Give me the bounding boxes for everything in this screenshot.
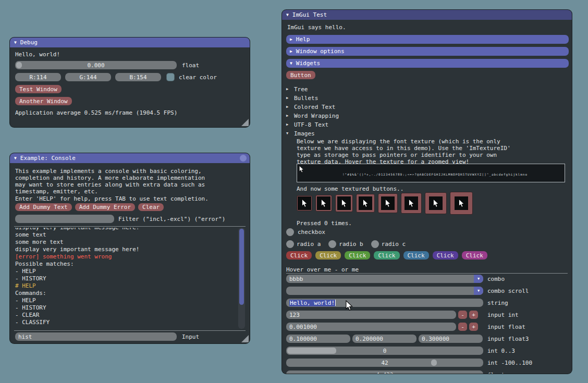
tree-node-word-wrapping[interactable]: ▶ Word Wrapping [286, 112, 339, 120]
decrement-button[interactable]: - [458, 323, 467, 331]
header-label: Window options [296, 48, 345, 55]
combo-box[interactable]: bbbb ▼ [286, 275, 483, 283]
texture-button[interactable] [297, 195, 312, 211]
click-button[interactable]: Click [345, 251, 370, 260]
texture-button[interactable] [425, 192, 447, 214]
texture-button[interactable] [335, 194, 353, 212]
decrement-button[interactable]: - [458, 311, 467, 319]
texture-button[interactable] [401, 193, 422, 214]
resize-grip[interactable] [241, 119, 249, 126]
debug-titlebar[interactable]: ▼ Debug [10, 38, 250, 47]
tree-label: Images [294, 130, 315, 137]
debug-window: ▼ Debug Hello, world! 0.000 float R:114 … [9, 37, 250, 128]
log-line-match: # HELP [15, 282, 249, 290]
click-button[interactable]: Click [462, 251, 487, 260]
texture-button[interactable] [356, 194, 375, 213]
collapse-arrow-icon: ▶ [290, 38, 292, 42]
test-window-button[interactable]: Test Window [15, 85, 62, 93]
int-input[interactable]: 123 [286, 311, 456, 319]
click-button[interactable]: Click [403, 251, 429, 260]
color-drag-g[interactable]: G:144 [65, 73, 111, 81]
clear-color-swatch[interactable] [166, 73, 175, 81]
combo-scroll-label: combo scroll [487, 288, 529, 294]
header-window-options[interactable]: ▶ Window options [286, 47, 569, 56]
test-titlebar[interactable]: ▼ ImGui Test [282, 10, 572, 20]
add-dummy-error-button[interactable]: Add Dummy Error [75, 203, 135, 211]
texture-button[interactable] [378, 193, 398, 213]
header-widgets[interactable]: ▼ Widgets [286, 59, 569, 68]
texture-button[interactable] [315, 195, 332, 212]
radio-a[interactable]: radio a [286, 240, 321, 248]
resize-grip[interactable] [241, 335, 249, 342]
intro-line: timestamp, emitter, etc. [15, 188, 98, 195]
combo-arrow-button[interactable]: ▼ [474, 275, 483, 283]
cursor-arrow-icon [317, 196, 330, 210]
radio-icon [371, 240, 379, 248]
hello-text: ImGui says hello. [287, 24, 346, 31]
float3-input-z[interactable]: 0.300000 [419, 335, 483, 343]
float-input[interactable]: 0.001000 [286, 323, 456, 331]
checkbox[interactable] [286, 228, 294, 236]
color-drag-r[interactable]: R:114 [15, 73, 61, 81]
tree-node-colored-text[interactable]: ▶ Colored Text [286, 103, 335, 111]
collapse-arrow-icon[interactable]: ▼ [14, 156, 17, 160]
radio-b[interactable]: radio b [328, 240, 363, 248]
header-label: Help [296, 36, 310, 43]
input-value: 0.100000 [289, 336, 317, 342]
tree-arrow-icon: ▶ [286, 88, 291, 91]
slider-grab[interactable] [16, 62, 22, 68]
collapse-arrow-icon[interactable]: ▼ [14, 41, 17, 45]
font-texture-image[interactable]: !"#$%&'()*+,-./0123456789:;<=>?@ABCDEFGH… [297, 164, 565, 182]
checkbox-label: checkbox [298, 229, 325, 236]
float-slider-2[interactable]: 4.432 [286, 370, 483, 374]
increment-button[interactable]: + [469, 323, 478, 331]
float3-input-y[interactable]: 0.200000 [352, 335, 416, 343]
increment-button[interactable]: + [469, 311, 478, 319]
console-log[interactable]: display very important message here! som… [10, 228, 249, 329]
console-titlebar[interactable]: ▼ Example: Console [10, 153, 250, 163]
int-slider-100[interactable]: 42 [286, 359, 483, 367]
imgui-test-window: ▼ ImGui Test ImGui says hello. ▶ Help ▶ … [281, 9, 572, 374]
console-scrollbar[interactable] [238, 228, 245, 329]
collapse-arrow-icon[interactable]: ▼ [286, 13, 289, 17]
log-line: - HISTORY [15, 275, 249, 282]
tree-node-images[interactable]: ▼ Images [286, 130, 315, 138]
another-window-button[interactable]: Another Window [15, 97, 72, 105]
tree-arrow-icon: ▶ [286, 123, 291, 127]
float3-input-x[interactable]: 0.100000 [286, 335, 350, 343]
radio-label: radio a [297, 241, 321, 248]
radio-c[interactable]: radio c [371, 240, 406, 248]
clear-button[interactable]: Clear [138, 203, 164, 211]
header-help[interactable]: ▶ Help [286, 35, 569, 44]
tree-node-utf8-text[interactable]: ▶ UTF-8 Text [286, 121, 328, 129]
close-button[interactable] [240, 155, 247, 162]
click-button[interactable]: Click [286, 251, 312, 260]
click-button[interactable]: Click [374, 251, 399, 260]
hover-tooltip-text[interactable]: Hover over me - or me [286, 266, 359, 273]
slider-grab[interactable] [287, 348, 336, 354]
button-widget[interactable]: Button [286, 71, 315, 79]
combo-scroll-box[interactable]: ▼ [286, 287, 483, 295]
float-slider[interactable]: 0.000 [15, 61, 177, 69]
color-drag-b[interactable]: B:154 [115, 73, 161, 81]
texture-button[interactable] [450, 192, 473, 215]
log-line: Possible matches: [15, 261, 249, 268]
int-slider-0-3[interactable]: 0 [286, 347, 483, 355]
string-input[interactable]: Hello, world! [286, 299, 483, 307]
tree-node-bullets[interactable]: ▶ Bullets [286, 94, 318, 102]
log-line: Commands: [15, 290, 249, 297]
scrollbar-grab[interactable] [239, 229, 244, 305]
click-button[interactable]: Click [433, 251, 458, 260]
click-button[interactable]: Click [315, 251, 341, 260]
combo-arrow-button[interactable]: ▼ [474, 287, 483, 295]
log-line: display very important message here! [15, 228, 249, 231]
filter-input[interactable] [15, 215, 114, 223]
radio-icon [328, 240, 336, 248]
add-dummy-text-button[interactable]: Add Dummy Text [15, 203, 72, 211]
tree-node-tree[interactable]: ▶ Tree [286, 85, 308, 93]
console-command-input[interactable]: hist [15, 332, 177, 341]
filter-label: Filter ("incl,-excl") ("error") [118, 216, 225, 223]
int-slider-100-label: int -100..100 [487, 360, 532, 366]
input-value: 0.300000 [422, 336, 449, 342]
slider-grab[interactable] [431, 360, 437, 366]
